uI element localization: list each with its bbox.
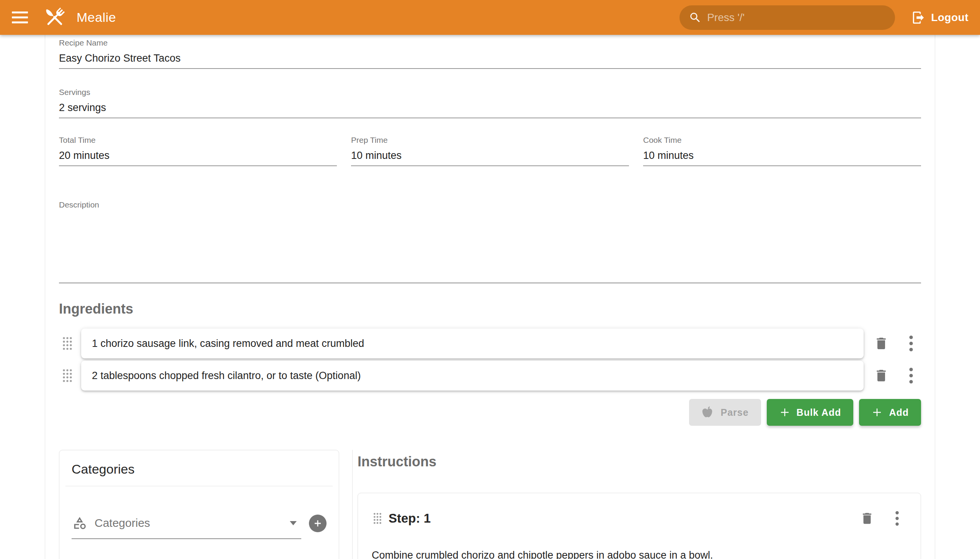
cook-time-label: Cook Time <box>643 135 921 145</box>
prep-time-label: Prep Time <box>351 135 629 145</box>
logout-label: Logout <box>931 12 968 24</box>
trash-icon <box>874 368 889 383</box>
drag-handle-icon[interactable] <box>59 330 76 357</box>
recipe-name-input[interactable] <box>59 48 921 69</box>
plus-icon <box>779 407 790 418</box>
lower-section: Categories Categories <box>59 450 921 559</box>
step-text-input[interactable]: Combine crumbled chorizo and chipotle pe… <box>372 547 907 559</box>
ingredient-actions: Parse Bulk Add Add <box>59 399 921 426</box>
prep-time-field-group: Prep Time <box>351 135 629 166</box>
ingredients-header: Ingredients <box>59 300 921 318</box>
kebab-icon <box>895 510 899 527</box>
ingredient-menu-button[interactable] <box>901 334 921 353</box>
categories-select-placeholder: Categories <box>94 516 282 529</box>
shapes-icon <box>72 516 87 530</box>
mealie-logo-icon <box>41 3 69 32</box>
description-field-group: Description <box>59 200 921 283</box>
ingredient-input-card <box>81 361 864 390</box>
bulk-add-label: Bulk Add <box>797 407 841 418</box>
plus-icon <box>313 519 322 528</box>
servings-input[interactable] <box>59 97 921 118</box>
description-input[interactable] <box>59 210 921 283</box>
ingredient-input[interactable] <box>81 338 864 349</box>
description-label: Description <box>59 200 921 210</box>
app-title: Mealie <box>76 10 116 25</box>
instructions-header: Instructions <box>357 453 921 471</box>
search-bar[interactable] <box>679 5 895 30</box>
delete-ingredient-button[interactable] <box>871 334 891 353</box>
recipe-name-label: Recipe Name <box>59 38 921 48</box>
total-time-field-group: Total Time <box>59 135 337 166</box>
kebab-icon <box>909 366 913 385</box>
step-title: Step: 1 <box>388 511 431 526</box>
chevron-down-icon <box>290 521 297 525</box>
divider <box>66 486 333 486</box>
step-header: Step: 1 <box>372 508 907 528</box>
cook-time-field-group: Cook Time <box>643 135 921 166</box>
hamburger-icon <box>12 12 28 23</box>
servings-label: Servings <box>59 87 921 97</box>
total-time-label: Total Time <box>59 135 337 145</box>
categories-select[interactable]: Categories <box>71 508 301 539</box>
ingredient-input[interactable] <box>81 370 864 382</box>
app-bar: Mealie Logout <box>0 0 980 35</box>
parse-button[interactable]: Parse <box>689 399 761 426</box>
kebab-icon <box>909 334 913 352</box>
add-button[interactable]: Add <box>859 399 921 426</box>
categories-card: Categories Categories <box>59 450 339 559</box>
logout-button[interactable]: Logout <box>911 10 968 25</box>
bulk-add-button[interactable]: Bulk Add <box>767 399 854 426</box>
plus-icon <box>871 407 883 418</box>
create-category-button[interactable] <box>309 514 327 532</box>
times-row: Total Time Prep Time Cook Time <box>59 135 921 166</box>
cook-time-input[interactable] <box>643 145 921 166</box>
categories-column: Categories Categories <box>59 450 352 559</box>
drag-handle-icon[interactable] <box>372 509 383 527</box>
recipe-editor-card: Recipe Name Servings Total Time Prep Tim… <box>45 35 935 559</box>
total-time-input[interactable] <box>59 145 337 166</box>
trash-icon <box>874 336 889 351</box>
add-label: Add <box>889 407 909 418</box>
logout-icon <box>911 10 925 25</box>
trash-icon <box>860 511 874 526</box>
instructions-column: Instructions Step: 1 <box>352 450 921 559</box>
parse-label: Parse <box>721 407 749 418</box>
prep-time-input[interactable] <box>351 145 629 166</box>
ingredient-menu-button[interactable] <box>901 366 921 385</box>
ingredient-row <box>59 361 921 390</box>
recipe-name-field-group: Recipe Name <box>59 38 921 69</box>
ingredient-row <box>59 329 921 358</box>
delete-ingredient-button[interactable] <box>871 366 891 385</box>
menu-button[interactable] <box>6 4 34 31</box>
delete-step-button[interactable] <box>857 508 877 528</box>
step-menu-button[interactable] <box>887 508 907 528</box>
categories-card-title: Categories <box>59 450 339 486</box>
search-icon <box>689 11 702 24</box>
search-input[interactable] <box>707 12 891 24</box>
apple-icon <box>701 406 714 419</box>
instruction-step-card: Step: 1 Combine crumbled chorizo and chi… <box>357 493 921 559</box>
ingredient-input-card <box>81 329 864 358</box>
categories-select-row: Categories <box>71 508 327 539</box>
drag-handle-icon[interactable] <box>59 362 76 389</box>
servings-field-group: Servings <box>59 87 921 118</box>
